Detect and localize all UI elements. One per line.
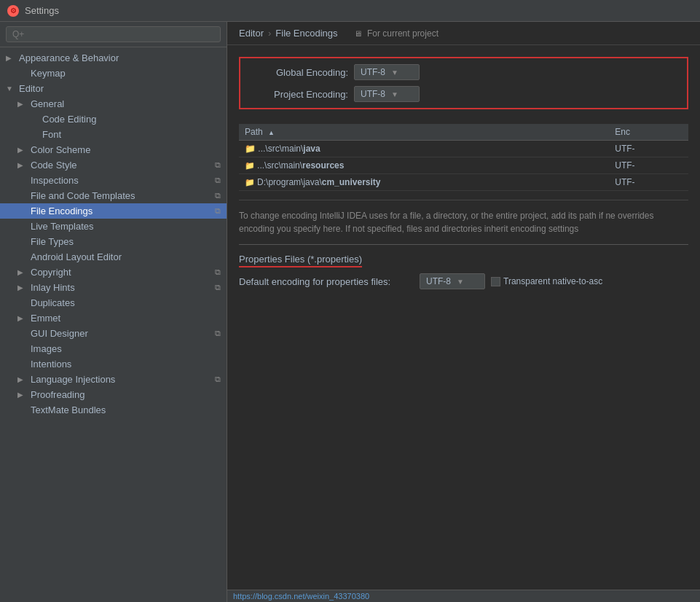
search-input[interactable] — [6, 26, 221, 42]
title-bar: ⚙ Settings — [0, 0, 700, 22]
table-cell-encoding: UTF- — [609, 174, 688, 191]
copy-icon-inspections: ⧉ — [215, 176, 221, 185]
sidebar-tree: ▶Appearance & BehaviorKeymap▼Editor▶Gene… — [0, 47, 227, 602]
app-icon: ⚙ — [7, 5, 19, 17]
col-path[interactable]: Path ▲ — [239, 124, 609, 141]
sidebar-item-images[interactable]: Images — [0, 341, 227, 356]
table-cell-encoding: UTF- — [609, 157, 688, 174]
path-text: ...\src\main\resources — [257, 160, 344, 171]
copy-icon-inlay-hints: ⧉ — [215, 283, 221, 292]
sidebar-item-textmate-bundles[interactable]: TextMate Bundles — [0, 402, 227, 418]
tree-arrow-code-style: ▶ — [17, 161, 28, 169]
breadcrumb-sep: › — [268, 28, 271, 39]
sidebar-label-images: Images — [31, 343, 221, 354]
copy-icon-gui-designer: ⧉ — [215, 329, 221, 338]
copy-icon-language-injections: ⧉ — [215, 375, 221, 384]
project-encoding-arrow: ▼ — [391, 90, 398, 98]
global-encoding-select[interactable]: UTF-8 ▼ — [354, 64, 420, 80]
sidebar-item-emmet[interactable]: ▶Emmet — [0, 310, 227, 326]
main-layout: ▶Appearance & BehaviorKeymap▼Editor▶Gene… — [0, 22, 700, 602]
project-encoding-value: UTF-8 — [361, 89, 385, 99]
sidebar-label-android-layout: Android Layout Editor — [31, 251, 221, 262]
table-cell-path: 📁 D:\program\java\cm_university — [239, 174, 609, 191]
folder-icon: 📁 — [245, 161, 257, 170]
sidebar-item-gui-designer[interactable]: GUI Designer⧉ — [0, 326, 227, 341]
path-text: D:\program\java\cm_university — [257, 177, 380, 187]
global-encoding-row: Global Encoding: UTF-8 ▼ — [246, 64, 681, 80]
sidebar-label-appearance: Appearance & Behavior — [19, 52, 221, 63]
sidebar-item-intentions[interactable]: Intentions — [0, 356, 227, 372]
breadcrumb-project-label: For current project — [367, 28, 439, 39]
transparent-checkbox-label[interactable]: Transparent native-to-asc — [491, 276, 602, 286]
content-area: Editor › File Encodings 🖥 For current pr… — [227, 22, 700, 602]
sidebar-label-textmate-bundles: TextMate Bundles — [31, 404, 221, 415]
table-cell-path: 📁 ...\src\main\resources — [239, 157, 609, 174]
global-encoding-value: UTF-8 — [361, 67, 385, 77]
sidebar-label-copyright: Copyright — [31, 267, 215, 278]
table-cell-path: 📁 ...\src\main\java — [239, 141, 609, 157]
url-text: https://blog.csdn.net/weixin_43370380 — [233, 592, 369, 601]
tree-arrow-copyright: ▶ — [17, 268, 28, 276]
tree-arrow-appearance: ▶ — [6, 54, 16, 62]
project-encoding-row: Project Encoding: UTF-8 ▼ — [246, 86, 681, 102]
sidebar-item-android-layout[interactable]: Android Layout Editor — [0, 249, 227, 265]
sidebar-item-appearance[interactable]: ▶Appearance & Behavior — [0, 50, 227, 66]
sidebar-item-language-injections[interactable]: ▶Language Injections⧉ — [0, 372, 227, 387]
default-encoding-value: UTF-8 — [426, 276, 451, 286]
info-text: To change encoding IntelliJ IDEA uses fo… — [239, 200, 688, 235]
sidebar-item-duplicates[interactable]: Duplicates — [0, 295, 227, 310]
tree-arrow-general: ▶ — [17, 100, 28, 108]
folder-icon: 📁 — [245, 178, 257, 187]
breadcrumb-project: 🖥 For current project — [354, 28, 439, 39]
tree-arrow-emmet: ▶ — [17, 314, 28, 322]
sidebar-item-font[interactable]: Font — [0, 127, 227, 142]
sidebar-item-keymap[interactable]: Keymap — [0, 66, 227, 81]
sidebar-label-file-encodings: File Encodings — [31, 206, 215, 216]
sidebar-item-code-style[interactable]: ▶Code Style⧉ — [0, 157, 227, 173]
content-scroll: Global Encoding: UTF-8 ▼ Project Encodin… — [227, 45, 700, 590]
table-row[interactable]: 📁 ...\src\main\resourcesUTF- — [239, 157, 688, 174]
sidebar-label-color-scheme: Color Scheme — [31, 144, 221, 155]
default-encoding-select[interactable]: UTF-8 ▼ — [420, 273, 485, 289]
sidebar-label-inlay-hints: Inlay Hints — [31, 282, 215, 293]
tree-arrow-language-injections: ▶ — [17, 375, 28, 383]
sidebar-label-code-style: Code Style — [31, 160, 215, 171]
sidebar-item-file-encodings[interactable]: File Encodings⧉ — [0, 203, 227, 219]
global-encoding-label: Global Encoding: — [246, 67, 348, 78]
transparent-label-text: Transparent native-to-asc — [503, 276, 602, 286]
table-row[interactable]: 📁 ...\src\main\javaUTF- — [239, 141, 688, 157]
breadcrumb-editor[interactable]: Editor — [239, 28, 264, 39]
sidebar-item-live-templates[interactable]: Live Templates — [0, 219, 227, 234]
sidebar-item-code-editing[interactable]: Code Editing — [0, 112, 227, 127]
default-encoding-select-arrow: ▼ — [457, 278, 464, 286]
encoding-settings-section: Global Encoding: UTF-8 ▼ Project Encodin… — [239, 57, 688, 109]
folder-icon: 📁 — [245, 144, 258, 154]
sidebar-label-intentions: Intentions — [31, 359, 221, 370]
properties-section: Properties Files (*.properties) Default … — [239, 244, 688, 289]
tree-arrow-editor: ▼ — [6, 85, 16, 93]
sidebar-item-file-types[interactable]: File Types — [0, 234, 227, 249]
sidebar-item-proofreading[interactable]: ▶Proofreading — [0, 387, 227, 402]
path-table: Path ▲ Enc 📁 ...\src\main\javaUTF-📁 ...\… — [239, 124, 688, 191]
sidebar-label-file-types: File Types — [31, 236, 221, 247]
transparent-checkbox[interactable] — [491, 277, 500, 286]
sidebar-label-duplicates: Duplicates — [31, 297, 221, 308]
path-text: ...\src\main\java — [258, 144, 320, 154]
sidebar-item-inspections[interactable]: Inspections⧉ — [0, 173, 227, 188]
table-row[interactable]: 📁 D:\program\java\cm_universityUTF- — [239, 174, 688, 191]
encoding-form: Global Encoding: UTF-8 ▼ Project Encodin… — [239, 57, 688, 109]
sidebar-item-copyright[interactable]: ▶Copyright⧉ — [0, 265, 227, 280]
sidebar-label-live-templates: Live Templates — [31, 221, 221, 232]
project-encoding-label: Project Encoding: — [246, 89, 348, 100]
sidebar-label-code-editing: Code Editing — [42, 114, 221, 125]
properties-row: Default encoding for properties files: U… — [239, 273, 688, 289]
sidebar-item-general[interactable]: ▶General — [0, 96, 227, 112]
sidebar-item-inlay-hints[interactable]: ▶Inlay Hints⧉ — [0, 280, 227, 295]
tree-arrow-proofreading: ▶ — [17, 391, 28, 399]
sidebar-label-emmet: Emmet — [31, 313, 221, 324]
sidebar-item-file-code-templates[interactable]: File and Code Templates⧉ — [0, 188, 227, 203]
project-encoding-select[interactable]: UTF-8 ▼ — [354, 86, 420, 102]
sidebar-item-color-scheme[interactable]: ▶Color Scheme — [0, 142, 227, 157]
sidebar-item-editor[interactable]: ▼Editor — [0, 81, 227, 96]
default-encoding-label: Default encoding for properties files: — [239, 276, 414, 287]
